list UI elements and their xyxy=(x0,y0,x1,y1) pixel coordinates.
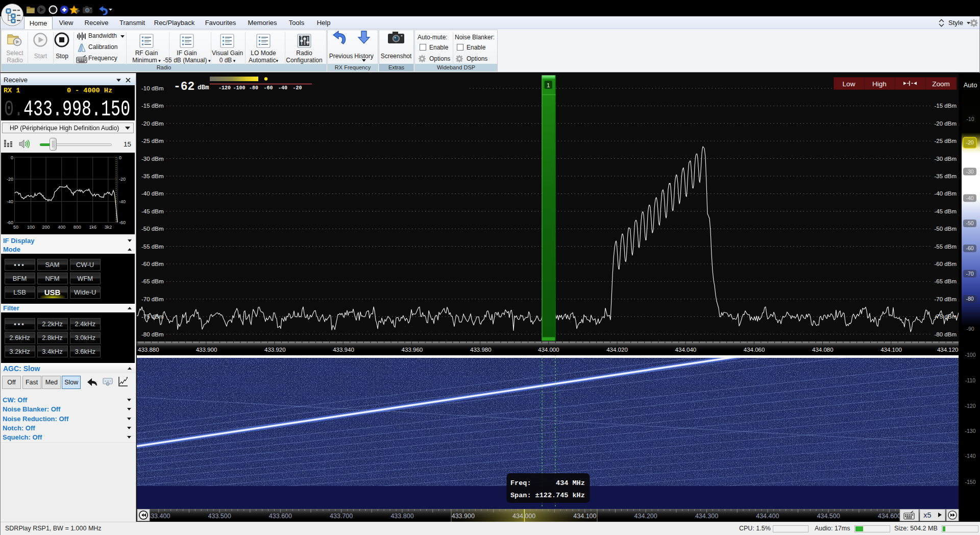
svg-text:dBm: dBm xyxy=(198,84,209,91)
svg-text:434.200: 434.200 xyxy=(634,513,657,520)
svg-text:Style: Style xyxy=(948,19,963,27)
svg-text:434.500: 434.500 xyxy=(817,513,840,520)
svg-text:-40 dBm: -40 dBm xyxy=(141,190,163,197)
svg-text:433.900: 433.900 xyxy=(452,513,475,520)
svg-text:-80 dBm: -80 dBm xyxy=(935,331,957,337)
svg-text:434.000: 434.000 xyxy=(538,347,559,353)
svg-text:-80: -80 xyxy=(966,296,973,302)
svg-text:x5: x5 xyxy=(923,511,931,519)
svg-text:434.100: 434.100 xyxy=(880,347,902,353)
svg-text:434.020: 434.020 xyxy=(606,347,628,353)
svg-text:-15 dBm: -15 dBm xyxy=(935,103,957,109)
svg-text:1: 1 xyxy=(547,82,550,88)
svg-text:-20: -20 xyxy=(966,139,973,145)
svg-text:434.060: 434.060 xyxy=(744,347,765,353)
svg-text:-62: -62 xyxy=(174,80,194,93)
svg-text:-45 dBm: -45 dBm xyxy=(935,208,957,214)
svg-text:-55 dBm: -55 dBm xyxy=(141,244,163,250)
svg-text:-20 dBm: -20 dBm xyxy=(935,120,957,127)
svg-text:-40 dBm: -40 dBm xyxy=(935,190,957,197)
svg-text:434.300: 434.300 xyxy=(695,513,718,520)
svg-text:433.900: 433.900 xyxy=(196,347,217,353)
svg-text:-30 dBm: -30 dBm xyxy=(141,156,163,162)
svg-text:-50 dBm: -50 dBm xyxy=(141,226,163,232)
svg-text:-60: -60 xyxy=(7,220,13,225)
svg-text:433.920: 433.920 xyxy=(264,347,286,353)
svg-text:-40: -40 xyxy=(966,195,973,201)
svg-text:434.120: 434.120 xyxy=(937,347,959,353)
svg-text:-60: -60 xyxy=(119,220,126,225)
svg-text:-60: -60 xyxy=(966,245,973,251)
svg-text:434.080: 434.080 xyxy=(812,347,834,353)
svg-text:-55 dBm: -55 dBm xyxy=(935,244,957,250)
svg-text:3k2: 3k2 xyxy=(105,225,112,230)
svg-text:-30 dBm: -30 dBm xyxy=(935,156,957,162)
svg-text:433.800: 433.800 xyxy=(390,513,413,520)
svg-text:100: 100 xyxy=(27,225,35,230)
svg-text:-20: -20 xyxy=(119,177,126,182)
svg-text:-70 dBm: -70 dBm xyxy=(935,296,957,302)
svg-text:-40: -40 xyxy=(7,199,13,204)
svg-text:434.100: 434.100 xyxy=(573,513,596,520)
svg-text:-20: -20 xyxy=(7,177,13,182)
svg-text:-20: -20 xyxy=(292,85,302,91)
svg-text:-60 dBm: -60 dBm xyxy=(141,261,163,267)
svg-text:-60: -60 xyxy=(263,85,273,91)
svg-text:-15 dBm: -15 dBm xyxy=(141,103,163,109)
svg-text:Low: Low xyxy=(843,80,855,88)
svg-text:433.500: 433.500 xyxy=(208,513,231,520)
svg-text:High: High xyxy=(872,80,887,88)
svg-text:-70 dBm: -70 dBm xyxy=(141,296,163,302)
svg-text:-80 dBm: -80 dBm xyxy=(141,331,163,337)
svg-text:434.040: 434.040 xyxy=(675,347,697,353)
svg-text:-100: -100 xyxy=(965,352,975,358)
svg-text:433.700: 433.700 xyxy=(330,513,353,520)
svg-text:-100: -100 xyxy=(233,85,245,91)
svg-text:-10: -10 xyxy=(966,116,974,122)
svg-text:-80: -80 xyxy=(249,85,258,91)
svg-text:-65 dBm: -65 dBm xyxy=(935,278,957,284)
svg-text:-140: -140 xyxy=(965,453,975,459)
svg-text:Freq: 434 MHz: Freq: 434 MHz xyxy=(510,479,585,487)
svg-text:434.400: 434.400 xyxy=(756,513,779,520)
svg-text:-150: -150 xyxy=(965,479,975,485)
svg-text:-45 dBm: -45 dBm xyxy=(141,208,163,214)
svg-text:433.980: 433.980 xyxy=(470,347,492,353)
svg-text:433.400: 433.400 xyxy=(147,513,170,520)
svg-text:-110: -110 xyxy=(965,377,975,383)
svg-text:800: 800 xyxy=(74,225,81,230)
svg-text:-60 dBm: -60 dBm xyxy=(935,261,957,267)
svg-text:-50: -50 xyxy=(966,220,973,226)
svg-text:-10 dBm: -10 dBm xyxy=(141,85,163,91)
svg-text:-35 dBm: -35 dBm xyxy=(141,173,163,179)
svg-text:50: 50 xyxy=(13,225,18,230)
svg-text:-40: -40 xyxy=(119,199,126,204)
svg-text:Auto: Auto xyxy=(964,81,977,89)
svg-text:-30: -30 xyxy=(966,168,973,175)
svg-text:1k6: 1k6 xyxy=(89,225,96,230)
svg-text:433.880: 433.880 xyxy=(138,347,159,353)
svg-text:434.000: 434.000 xyxy=(512,513,535,520)
svg-text:0: 0 xyxy=(119,155,121,160)
svg-text:400: 400 xyxy=(58,225,65,230)
svg-text:-50 dBm: -50 dBm xyxy=(935,226,957,232)
svg-text:433.600: 433.600 xyxy=(269,513,292,520)
svg-text:-120: -120 xyxy=(965,403,975,409)
svg-text:-130: -130 xyxy=(965,428,975,434)
svg-text:-40: -40 xyxy=(278,85,287,91)
svg-text:0: 0 xyxy=(11,155,13,160)
svg-text:-25 dBm: -25 dBm xyxy=(935,138,957,144)
svg-text:-35 dBm: -35 dBm xyxy=(935,173,957,179)
svg-text:434.600: 434.600 xyxy=(878,513,901,520)
svg-text:-20 dBm: -20 dBm xyxy=(141,120,163,127)
svg-text:-25 dBm: -25 dBm xyxy=(141,138,163,144)
svg-text:-70: -70 xyxy=(966,271,973,277)
svg-text:-90: -90 xyxy=(966,326,974,332)
svg-text:Zoom: Zoom xyxy=(932,80,950,88)
svg-text:Span: ±122.745 kHz: Span: ±122.745 kHz xyxy=(510,492,585,499)
svg-text:433.960: 433.960 xyxy=(402,347,423,353)
svg-text:-65 dBm: -65 dBm xyxy=(141,278,163,284)
svg-text:433.940: 433.940 xyxy=(333,347,354,353)
svg-text:200: 200 xyxy=(42,225,50,230)
svg-text:-120: -120 xyxy=(218,85,231,91)
